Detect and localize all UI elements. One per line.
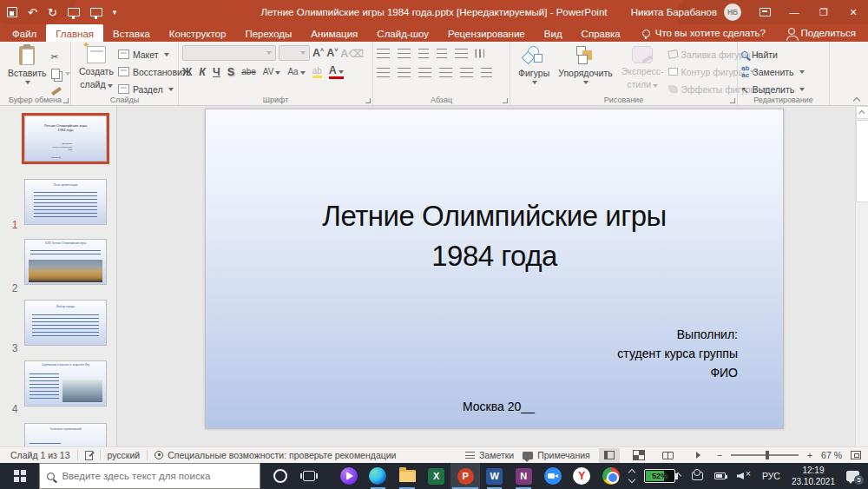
account-chip[interactable]: Никита Барабанов НБ bbox=[631, 3, 741, 21]
alice-button[interactable] bbox=[334, 463, 364, 489]
quick-styles-button[interactable]: Экспресс- стили bbox=[617, 44, 668, 91]
smartart-convert-icon[interactable] bbox=[481, 68, 492, 77]
drawing-dialog-launcher[interactable] bbox=[730, 98, 735, 103]
keyboard-language[interactable]: РУС bbox=[762, 471, 780, 481]
accessibility-checker[interactable]: Специальные возможности: проверьте реком… bbox=[155, 450, 396, 460]
tab-transitions[interactable]: Переходы bbox=[235, 24, 301, 42]
align-right-icon[interactable] bbox=[418, 68, 431, 77]
zoom-app-button[interactable] bbox=[538, 463, 568, 489]
paste-button[interactable]: Вставить bbox=[3, 44, 51, 86]
tab-view[interactable]: Вид bbox=[535, 24, 572, 42]
save-icon[interactable] bbox=[7, 7, 17, 17]
thumbnail-slide-6[interactable]: Талисман соревнований bbox=[24, 423, 107, 446]
replace-button[interactable]: abacЗаменить bbox=[741, 63, 805, 80]
italic-button[interactable]: К bbox=[199, 66, 206, 78]
notes-toggle[interactable]: Заметки bbox=[465, 450, 514, 460]
customize-qat-icon[interactable]: ▾ bbox=[113, 9, 117, 17]
start-button[interactable] bbox=[0, 463, 39, 489]
cut-button[interactable]: ✂ bbox=[51, 48, 70, 64]
font-color-button[interactable]: А bbox=[329, 64, 344, 79]
avatar[interactable]: НБ bbox=[724, 3, 741, 21]
powerpoint-button[interactable]: P bbox=[450, 463, 480, 489]
slide-sorter-view-button[interactable] bbox=[628, 448, 649, 463]
increase-indent-icon[interactable] bbox=[437, 49, 447, 58]
close-button[interactable]: ✕ bbox=[838, 0, 868, 24]
search-input[interactable] bbox=[62, 471, 244, 481]
redo-icon[interactable]: ↻ bbox=[48, 7, 57, 18]
restore-button[interactable]: ❐ bbox=[809, 0, 838, 24]
justify-icon[interactable] bbox=[439, 68, 452, 77]
slide-byline[interactable]: Выполнил: студент курса группы ФИО bbox=[617, 325, 738, 382]
slideshow-current-icon[interactable] bbox=[90, 8, 102, 17]
tab-design[interactable]: Конструктор bbox=[160, 24, 236, 42]
normal-view-button[interactable] bbox=[599, 448, 620, 463]
vertical-scrollbar[interactable] bbox=[855, 106, 868, 446]
edge-button[interactable] bbox=[364, 463, 393, 489]
chrome-button[interactable] bbox=[596, 463, 626, 489]
minimize-button[interactable]: — bbox=[779, 0, 809, 24]
fit-to-window-icon[interactable] bbox=[851, 451, 861, 459]
spellcheck-icon[interactable] bbox=[85, 451, 93, 460]
zoom-out-button[interactable]: − bbox=[717, 450, 722, 460]
slide-title[interactable]: Летние Олимпийские игры 1984 года bbox=[206, 196, 783, 276]
battery-tray-icon[interactable] bbox=[714, 472, 726, 479]
yandex-button[interactable]: Y bbox=[567, 463, 596, 489]
underline-button[interactable]: Ч bbox=[213, 66, 220, 78]
shrink-font-button[interactable]: А˅ bbox=[326, 47, 338, 59]
action-center-icon[interactable]: 5 bbox=[846, 471, 859, 481]
task-view-button[interactable] bbox=[295, 463, 325, 489]
arrange-button[interactable]: Упорядочить bbox=[554, 44, 616, 86]
display-tray-icon[interactable] bbox=[692, 472, 703, 480]
zoom-level[interactable]: 67 % bbox=[821, 450, 842, 460]
taskbar-scroll-arrows[interactable] bbox=[626, 470, 640, 482]
thumbnail-slide-5[interactable]: Церемонии открытия и закрытия Игр bbox=[24, 360, 107, 406]
font-dialog-launcher[interactable] bbox=[365, 98, 371, 103]
tell-me-box[interactable]: Что вы хотите сделать? bbox=[642, 24, 766, 42]
ribbon-display-options-button[interactable] bbox=[750, 0, 779, 24]
text-shadow-button[interactable]: S bbox=[227, 66, 234, 78]
slide-thumbnail-panel[interactable]: 1 Летние Олимпийские игры1984 года Выпол… bbox=[0, 106, 117, 446]
line-spacing-icon[interactable] bbox=[455, 49, 468, 58]
thumbnail-slide-2[interactable]: План презентации bbox=[24, 179, 107, 225]
character-spacing-button[interactable]: AV bbox=[263, 67, 281, 76]
clipboard-dialog-launcher[interactable] bbox=[63, 98, 69, 103]
decrease-indent-icon[interactable] bbox=[418, 49, 429, 58]
reading-view-button[interactable] bbox=[658, 448, 679, 463]
comments-toggle[interactable]: Примечания bbox=[523, 450, 590, 460]
tab-home[interactable]: Главная bbox=[46, 24, 103, 42]
language-indicator[interactable]: русский bbox=[108, 450, 141, 460]
collapse-ribbon-button[interactable] bbox=[852, 96, 861, 102]
taskbar-search[interactable] bbox=[39, 463, 260, 489]
current-slide[interactable]: Летние Олимпийские игры 1984 года Выполн… bbox=[205, 109, 784, 429]
tab-slideshow[interactable]: Слайд-шоу bbox=[367, 24, 438, 42]
highlight-color-button[interactable]: ab bbox=[312, 66, 322, 78]
volume-muted-icon[interactable] bbox=[737, 471, 751, 481]
scroll-up-button[interactable] bbox=[856, 106, 868, 119]
grow-font-button[interactable]: А˄ bbox=[312, 47, 324, 59]
slideshow-view-button[interactable] bbox=[687, 448, 708, 463]
paragraph-dialog-launcher[interactable] bbox=[503, 98, 508, 103]
numbering-icon[interactable] bbox=[398, 49, 411, 58]
change-case-button[interactable]: Aa bbox=[287, 67, 305, 76]
font-name-combobox[interactable] bbox=[182, 45, 276, 61]
zoom-in-button[interactable]: + bbox=[807, 450, 812, 460]
onenote-button[interactable]: N bbox=[509, 463, 538, 489]
thumbnail-slide-4[interactable]: Выбор города bbox=[24, 300, 107, 346]
find-button[interactable]: Найти bbox=[741, 46, 805, 63]
file-explorer-button[interactable] bbox=[392, 463, 422, 489]
bold-button[interactable]: Ж bbox=[182, 66, 192, 78]
excel-button[interactable]: X bbox=[422, 463, 451, 489]
bullets-icon[interactable] bbox=[377, 49, 390, 58]
thumbnail-slide-1[interactable]: Летние Олимпийские игры1984 года Выполни… bbox=[24, 116, 107, 162]
word-button[interactable]: W bbox=[480, 463, 510, 489]
zoom-slider[interactable] bbox=[731, 454, 799, 455]
tab-file[interactable]: Файл bbox=[0, 24, 46, 42]
copy-button[interactable] bbox=[51, 65, 70, 82]
slide-footer-text[interactable]: Москва 20__ bbox=[463, 400, 535, 413]
cortana-button[interactable] bbox=[266, 463, 295, 489]
font-size-combobox[interactable] bbox=[279, 45, 310, 61]
tab-animations[interactable]: Анимация bbox=[301, 24, 367, 42]
align-center-icon[interactable] bbox=[398, 68, 411, 77]
share-button[interactable]: Поделиться bbox=[788, 24, 868, 42]
clock[interactable]: 12:19 23.10.2021 bbox=[792, 465, 835, 487]
